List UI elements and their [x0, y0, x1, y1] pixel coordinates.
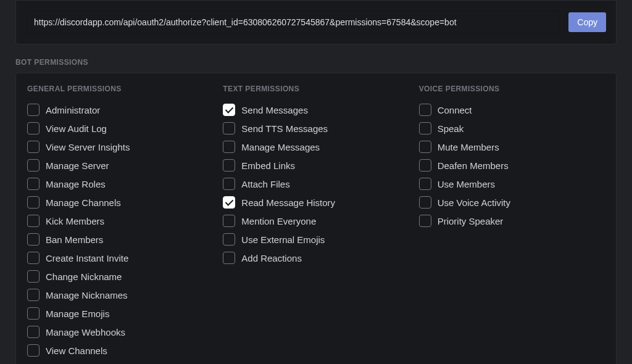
perm-view-channels[interactable]: View Channels [27, 341, 213, 360]
checkbox-deafen-members[interactable] [419, 159, 431, 172]
perm-label-view-audit-log: View Audit Log [46, 123, 107, 134]
perm-column-voice-permissions: Voice PermissionsConnectSpeakMute Member… [414, 85, 610, 360]
perm-manage-emojis[interactable]: Manage Emojis [27, 304, 213, 323]
checkbox-mute-members[interactable] [419, 141, 431, 153]
checkbox-embed-links[interactable] [223, 159, 235, 172]
perm-manage-channels[interactable]: Manage Channels [27, 193, 213, 212]
perm-label-manage-emojis: Manage Emojis [46, 308, 109, 319]
perm-label-send-tts-messages: Send TTS Messages [241, 123, 328, 134]
perm-manage-webhooks[interactable]: Manage Webhooks [27, 323, 213, 341]
column-header-text-permissions: Text Permissions [223, 85, 409, 93]
perm-label-kick-members: Kick Members [46, 216, 104, 226]
perm-use-external-emojis[interactable]: Use External Emojis [223, 230, 409, 249]
perm-label-manage-roles: Manage Roles [46, 179, 106, 189]
column-header-general-permissions: General Permissions [27, 85, 213, 93]
oauth-url-card: Copy [15, 0, 617, 44]
perm-manage-messages[interactable]: Manage Messages [223, 138, 409, 156]
perm-mention-everyone[interactable]: Mention Everyone [223, 212, 409, 230]
checkbox-attach-files[interactable] [223, 178, 235, 190]
perm-column-general-permissions: General PermissionsAdministratorView Aud… [22, 85, 218, 360]
permissions-card: General PermissionsAdministratorView Aud… [15, 73, 617, 364]
perm-label-manage-webhooks: Manage Webhooks [46, 327, 125, 337]
checkbox-speak[interactable] [419, 122, 431, 134]
perm-label-send-messages: Send Messages [241, 105, 308, 115]
checkbox-manage-webhooks[interactable] [27, 326, 40, 338]
perm-create-instant-invite[interactable]: Create Instant Invite [27, 249, 213, 267]
checkbox-manage-emojis[interactable] [27, 307, 40, 320]
perm-speak[interactable]: Speak [419, 119, 605, 138]
checkbox-read-message-history[interactable] [223, 196, 235, 209]
perm-label-create-instant-invite: Create Instant Invite [46, 253, 128, 263]
checkbox-use-voice-activity[interactable] [419, 196, 431, 209]
perm-label-add-reactions: Add Reactions [241, 253, 302, 263]
perm-mute-members[interactable]: Mute Members [419, 138, 605, 156]
checkbox-ban-members[interactable] [27, 233, 40, 246]
checkbox-view-audit-log[interactable] [27, 122, 40, 134]
perm-label-manage-messages: Manage Messages [241, 142, 320, 152]
checkbox-manage-nicknames[interactable] [27, 289, 40, 301]
perm-manage-nicknames[interactable]: Manage Nicknames [27, 286, 213, 304]
perm-label-mention-everyone: Mention Everyone [241, 216, 316, 226]
copy-button[interactable]: Copy [568, 12, 606, 32]
perm-label-use-voice-activity: Use Voice Activity [438, 197, 510, 208]
checkbox-connect[interactable] [419, 104, 431, 116]
perm-label-view-server-insights: View Server Insights [46, 142, 130, 152]
perm-administrator[interactable]: Administrator [27, 101, 213, 119]
perm-view-audit-log[interactable]: View Audit Log [27, 119, 213, 138]
perm-label-use-external-emojis: Use External Emojis [241, 234, 325, 245]
perm-label-change-nickname: Change Nickname [46, 271, 122, 282]
perm-label-manage-channels: Manage Channels [46, 197, 121, 208]
perm-label-attach-files: Attach Files [241, 179, 289, 189]
perm-attach-files[interactable]: Attach Files [223, 175, 409, 193]
perm-label-manage-nicknames: Manage Nicknames [46, 290, 128, 300]
perm-label-ban-members: Ban Members [46, 234, 103, 245]
checkbox-use-external-emojis[interactable] [223, 233, 235, 246]
perm-label-deafen-members: Deafen Members [438, 160, 509, 171]
oauth-url-input[interactable] [26, 10, 560, 34]
perm-label-mute-members: Mute Members [438, 142, 499, 152]
perm-label-administrator: Administrator [46, 105, 100, 115]
perm-deafen-members[interactable]: Deafen Members [419, 156, 605, 175]
checkbox-change-nickname[interactable] [27, 270, 40, 283]
checkbox-add-reactions[interactable] [223, 252, 235, 264]
perm-label-speak: Speak [438, 123, 464, 134]
perm-send-messages[interactable]: Send Messages [223, 101, 409, 119]
perm-embed-links[interactable]: Embed Links [223, 156, 409, 175]
checkbox-manage-roles[interactable] [27, 178, 40, 190]
perm-label-embed-links: Embed Links [241, 160, 295, 171]
checkbox-kick-members[interactable] [27, 215, 40, 227]
checkbox-mention-everyone[interactable] [223, 215, 235, 227]
checkbox-send-tts-messages[interactable] [223, 122, 235, 134]
perm-connect[interactable]: Connect [419, 101, 605, 119]
checkbox-view-channels[interactable] [27, 344, 40, 357]
perm-use-voice-activity[interactable]: Use Voice Activity [419, 193, 605, 212]
checkbox-view-server-insights[interactable] [27, 141, 40, 153]
bot-permissions-section-label: Bot Permissions [15, 58, 617, 67]
perm-send-tts-messages[interactable]: Send TTS Messages [223, 119, 409, 138]
perm-add-reactions[interactable]: Add Reactions [223, 249, 409, 267]
perm-label-manage-server: Manage Server [46, 160, 109, 171]
checkbox-manage-channels[interactable] [27, 196, 40, 209]
checkbox-manage-messages[interactable] [223, 141, 235, 153]
checkbox-use-members[interactable] [419, 178, 431, 190]
checkbox-send-messages[interactable] [223, 104, 235, 116]
column-header-voice-permissions: Voice Permissions [419, 85, 605, 93]
checkbox-administrator[interactable] [27, 104, 40, 116]
perm-column-text-permissions: Text PermissionsSend MessagesSend TTS Me… [218, 85, 414, 360]
perm-manage-server[interactable]: Manage Server [27, 156, 213, 175]
perm-view-server-insights[interactable]: View Server Insights [27, 138, 213, 156]
checkbox-priority-speaker[interactable] [419, 215, 431, 227]
perm-label-view-channels: View Channels [46, 345, 107, 356]
perm-read-message-history[interactable]: Read Message History [223, 193, 409, 212]
perm-use-members[interactable]: Use Members [419, 175, 605, 193]
checkbox-create-instant-invite[interactable] [27, 252, 40, 264]
perm-label-priority-speaker: Priority Speaker [438, 216, 504, 226]
checkbox-manage-server[interactable] [27, 159, 40, 172]
perm-kick-members[interactable]: Kick Members [27, 212, 213, 230]
perm-change-nickname[interactable]: Change Nickname [27, 267, 213, 286]
perm-manage-roles[interactable]: Manage Roles [27, 175, 213, 193]
perm-label-connect: Connect [438, 105, 472, 115]
perm-ban-members[interactable]: Ban Members [27, 230, 213, 249]
perm-label-use-members: Use Members [438, 179, 495, 189]
perm-priority-speaker[interactable]: Priority Speaker [419, 212, 605, 230]
